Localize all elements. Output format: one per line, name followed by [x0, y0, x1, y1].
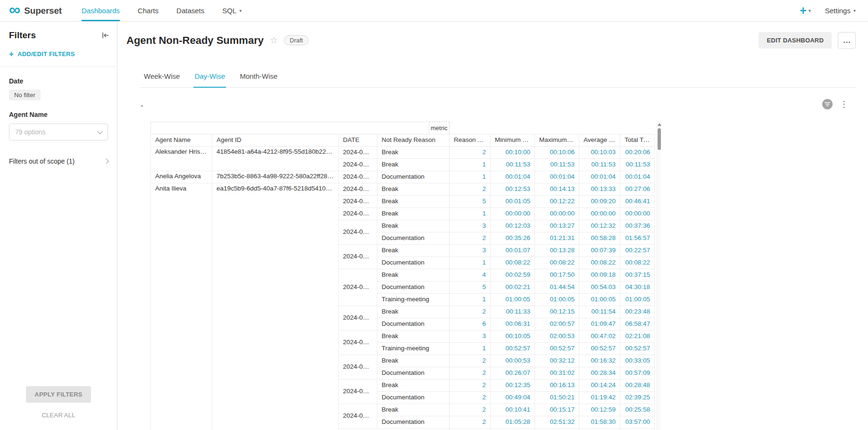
- total-time-cell[interactable]: 00:22:57: [620, 245, 655, 257]
- max-time-cell[interactable]: 00:31:02: [535, 367, 579, 380]
- max-time-cell[interactable]: 00:17:50: [535, 269, 579, 281]
- superset-logo[interactable]: ∞ Superset: [9, 0, 62, 21]
- reason-count-cell[interactable]: 1: [450, 343, 491, 355]
- max-time-cell[interactable]: 01:50:21: [535, 392, 579, 404]
- min-time-cell[interactable]: 00:01:05: [491, 196, 535, 208]
- reason-count-cell[interactable]: 1: [450, 159, 491, 171]
- total-time-cell[interactable]: 04:30:18: [620, 281, 655, 294]
- avg-time-cell[interactable]: 00:54:03: [579, 281, 620, 294]
- kebab-menu-icon[interactable]: ⋮: [840, 100, 848, 108]
- reason-count-cell[interactable]: 1: [450, 294, 491, 306]
- max-time-cell[interactable]: 02:00:53: [535, 331, 579, 343]
- avg-time-cell[interactable]: 00:09:18: [579, 269, 620, 281]
- max-time-cell[interactable]: 00:14:13: [535, 183, 579, 196]
- min-time-cell[interactable]: 00:35:26: [491, 232, 535, 245]
- total-time-cell[interactable]: 00:57:09: [620, 367, 655, 380]
- max-time-cell[interactable]: 01:00:05: [535, 294, 579, 306]
- apply-filters-button[interactable]: APPLY FILTERS: [26, 386, 91, 403]
- avg-time-cell[interactable]: 01:00:05: [579, 294, 620, 306]
- scrollbar-thumb[interactable]: [658, 128, 661, 150]
- reason-count-cell[interactable]: 2: [450, 380, 491, 392]
- tab-month-wise[interactable]: Month-Wise: [239, 67, 278, 88]
- max-time-cell[interactable]: 01:21:31: [535, 232, 579, 245]
- total-time-cell[interactable]: 00:25:58: [620, 404, 655, 416]
- avg-time-cell[interactable]: 00:12:59: [579, 404, 620, 416]
- reason-count-cell[interactable]: 6: [450, 318, 491, 331]
- max-time-cell[interactable]: 00:00:00: [535, 208, 579, 220]
- collapse-sidebar-icon[interactable]: [102, 32, 109, 39]
- total-time-cell[interactable]: 00:01:04: [620, 171, 655, 183]
- tab-week-wise[interactable]: Week-Wise: [143, 67, 181, 88]
- min-time-cell[interactable]: 00:00:53: [491, 355, 535, 367]
- total-time-cell[interactable]: 00:39:27: [620, 429, 655, 430]
- avg-time-cell[interactable]: 00:13:09: [579, 429, 620, 430]
- min-time-cell[interactable]: 00:10:41: [491, 404, 535, 416]
- nav-item-charts[interactable]: Charts: [138, 0, 159, 21]
- min-time-cell[interactable]: 00:02:59: [491, 269, 535, 281]
- min-time-cell[interactable]: 00:01:07: [491, 245, 535, 257]
- max-time-cell[interactable]: 00:10:06: [535, 147, 579, 159]
- min-time-cell[interactable]: 00:06:31: [491, 318, 535, 331]
- reason-count-cell[interactable]: 1: [450, 171, 491, 183]
- nav-item-sql[interactable]: SQL ▾: [222, 0, 242, 21]
- total-time-cell[interactable]: 00:20:06: [620, 147, 655, 159]
- total-time-cell[interactable]: 00:08:22: [620, 257, 655, 269]
- clear-all-button[interactable]: CLEAR ALL: [42, 412, 75, 419]
- min-time-cell[interactable]: 00:11:53: [491, 159, 535, 171]
- reason-count-cell[interactable]: 3: [450, 331, 491, 343]
- min-time-cell[interactable]: 00:02:21: [491, 281, 535, 294]
- reason-count-cell[interactable]: 5: [450, 196, 491, 208]
- max-time-cell[interactable]: 02:00:57: [535, 318, 579, 331]
- reason-count-cell[interactable]: 1: [450, 208, 491, 220]
- avg-time-cell[interactable]: 00:14:24: [579, 380, 620, 392]
- max-time-cell[interactable]: 00:08:22: [535, 257, 579, 269]
- reason-count-cell[interactable]: 2: [450, 306, 491, 318]
- max-time-cell[interactable]: 00:32:12: [535, 355, 579, 367]
- reason-count-cell[interactable]: 4: [450, 269, 491, 281]
- max-time-cell[interactable]: 01:44:54: [535, 281, 579, 294]
- avg-time-cell[interactable]: 01:58:30: [579, 416, 620, 429]
- min-time-cell[interactable]: 00:00:00: [491, 208, 535, 220]
- max-time-cell[interactable]: 00:11:53: [535, 159, 579, 171]
- max-time-cell[interactable]: 00:52:57: [535, 343, 579, 355]
- new-item-button[interactable]: + ▾: [800, 5, 811, 17]
- min-time-cell[interactable]: 00:12:35: [491, 380, 535, 392]
- reason-count-cell[interactable]: 3: [450, 429, 491, 430]
- min-time-cell[interactable]: 01:05:28: [491, 416, 535, 429]
- avg-time-cell[interactable]: 00:16:32: [579, 355, 620, 367]
- max-time-cell[interactable]: 00:12:22: [535, 196, 579, 208]
- avg-time-cell[interactable]: 01:09:47: [579, 318, 620, 331]
- reason-count-cell[interactable]: 2: [450, 147, 491, 159]
- avg-time-cell[interactable]: 01:19:42: [579, 392, 620, 404]
- min-time-cell[interactable]: 00:26:07: [491, 367, 535, 380]
- min-time-cell[interactable]: 00:01:04: [491, 171, 535, 183]
- add-edit-filters-button[interactable]: + ADD/EDIT FILTERS: [9, 50, 108, 58]
- reason-count-cell[interactable]: 3: [450, 220, 491, 232]
- reason-count-cell[interactable]: 2: [450, 404, 491, 416]
- avg-time-cell[interactable]: 00:28:34: [579, 367, 620, 380]
- total-time-cell[interactable]: 00:28:48: [620, 380, 655, 392]
- total-time-cell[interactable]: 02:39:25: [620, 392, 655, 404]
- scrollbar-up-arrow[interactable]: [658, 123, 661, 126]
- min-time-cell[interactable]: 00:10:05: [491, 331, 535, 343]
- total-time-cell[interactable]: 00:00:00: [620, 208, 655, 220]
- nav-item-datasets[interactable]: Datasets: [176, 0, 204, 21]
- total-time-cell[interactable]: 01:00:05: [620, 294, 655, 306]
- min-time-cell[interactable]: 00:10:10: [491, 429, 535, 430]
- max-time-cell[interactable]: 00:16:13: [535, 380, 579, 392]
- total-time-cell[interactable]: 00:33:05: [620, 355, 655, 367]
- reason-count-cell[interactable]: 3: [450, 245, 491, 257]
- nav-item-dashboards[interactable]: Dashboards: [82, 0, 120, 21]
- avg-time-cell[interactable]: 00:01:04: [579, 171, 620, 183]
- applied-filters-icon[interactable]: [822, 99, 833, 109]
- min-time-cell[interactable]: 00:52:57: [491, 343, 535, 355]
- reason-count-cell[interactable]: 2: [450, 416, 491, 429]
- reason-count-cell[interactable]: 1: [450, 257, 491, 269]
- avg-time-cell[interactable]: 00:07:39: [579, 245, 620, 257]
- avg-time-cell[interactable]: 00:12:32: [579, 220, 620, 232]
- avg-time-cell[interactable]: 00:11:54: [579, 306, 620, 318]
- reason-count-cell[interactable]: 2: [450, 392, 491, 404]
- min-time-cell[interactable]: 00:10:00: [491, 147, 535, 159]
- max-time-cell[interactable]: 00:13:27: [535, 220, 579, 232]
- total-time-cell[interactable]: 00:11:53: [620, 159, 655, 171]
